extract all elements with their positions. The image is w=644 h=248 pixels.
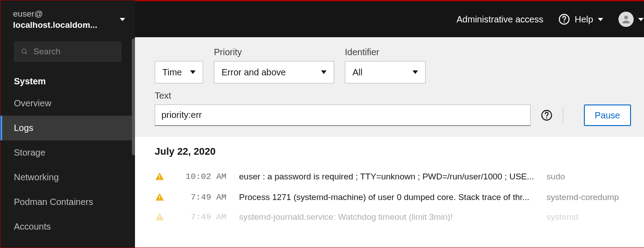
svg-rect-7 [159,175,160,178]
chevron-down-icon [413,70,418,74]
sidebar-item-accounts[interactable]: Accounts [0,214,135,239]
svg-point-3 [564,22,565,23]
svg-rect-8 [159,178,160,179]
topbar: Administrative access Help [135,0,644,37]
warning-icon [155,192,165,202]
log-row[interactable]: 7:49 AM systemd-journald.service: Watchd… [155,207,636,227]
svg-point-4 [624,16,628,19]
svg-line-1 [26,52,27,54]
time-label: Time [162,67,182,78]
warning-icon [155,172,165,182]
help-label: Help [574,14,593,25]
sidebar-item-logs[interactable]: Logs [0,116,135,140]
separator [563,107,563,123]
log-source: systemd [547,212,636,222]
sidebar: euser@ localhost.localdom... System Over… [0,0,135,248]
chevron-down-icon [638,18,644,21]
admin-access-link[interactable]: Administrative access [457,14,543,25]
identifier-label: Identifier [345,47,426,57]
log-source: systemd-coredump [547,192,636,202]
host-selector[interactable]: euser@ localhost.localdom... [0,0,135,37]
log-message: Process 1271 (systemd-machine) of user 0… [239,192,534,202]
log-message: systemd-journald.service: Watchdog timeo… [239,212,534,222]
warning-icon [155,212,165,222]
host-label: euser@ localhost.localdom... [13,9,97,30]
svg-rect-9 [159,196,160,198]
svg-point-0 [22,49,26,53]
log-time: 7:49 AM [177,192,226,202]
help-icon [558,13,570,25]
identifier-select[interactable]: All [345,61,426,83]
log-row[interactable]: 10:02 AM euser : a password is required … [155,166,636,187]
chevron-down-icon [190,70,196,74]
sidebar-item-overview[interactable]: Overview [0,91,135,116]
svg-point-6 [546,117,548,119]
nav-heading: System [0,68,135,91]
svg-rect-10 [159,199,160,200]
chevron-down-icon [321,70,326,74]
search-input[interactable] [34,47,114,57]
host-name: localhost.localdom... [13,20,97,30]
filter-area: Time Priority Error and above Identifier… [135,37,644,137]
host-user: euser@ [13,9,43,18]
main: Administrative access Help [135,0,644,248]
sidebar-item-podman[interactable]: Podman Containers [0,190,135,214]
log-area: July 22, 2020 10:02 AM euser : a passwor… [135,137,644,248]
search-input-wrap[interactable] [14,41,122,62]
chevron-down-icon [598,18,603,21]
pause-button[interactable]: Pause [584,104,631,126]
svg-rect-11 [159,215,160,218]
identifier-value: All [352,67,362,78]
priority-select[interactable]: Error and above [214,61,334,83]
svg-rect-12 [159,219,160,220]
priority-label: Priority [214,47,334,57]
log-message: euser : a password is required ; TTY=unk… [239,172,534,182]
log-date-heading: July 22, 2020 [155,146,636,157]
user-menu[interactable] [618,12,644,27]
sidebar-item-storage[interactable]: Storage [0,140,135,165]
text-filter-input[interactable] [155,104,531,126]
help-icon [541,109,553,121]
log-time: 10:02 AM [177,172,226,182]
time-select[interactable]: Time [155,61,203,83]
chevron-down-icon [120,18,125,21]
log-time: 7:49 AM [177,212,226,222]
sidebar-item-networking[interactable]: Networking [0,165,135,190]
person-icon [621,14,631,25]
help-menu[interactable]: Help [558,13,603,25]
search-icon [21,48,28,56]
text-filter-label: Text [155,91,531,101]
priority-value: Error and above [222,67,286,78]
avatar [618,12,634,27]
log-row[interactable]: 7:49 AM Process 1271 (systemd-machine) o… [155,187,636,208]
filter-help-button[interactable] [540,109,553,122]
log-source: sudo [547,172,636,182]
